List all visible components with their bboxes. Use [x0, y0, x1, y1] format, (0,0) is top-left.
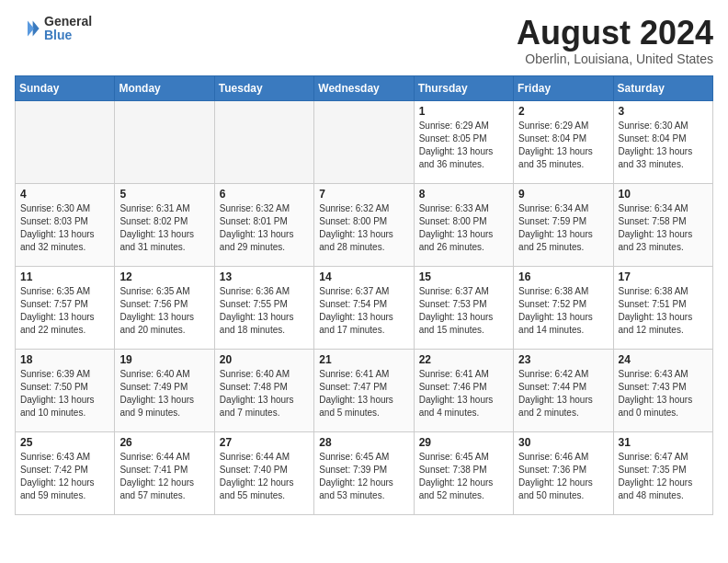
- calendar-cell: 19Sunrise: 6:40 AMSunset: 7:49 PMDayligh…: [115, 349, 214, 431]
- calendar-cell: 4Sunrise: 6:30 AMSunset: 8:03 PMDaylight…: [16, 183, 115, 266]
- month-title: August 2024: [517, 15, 713, 52]
- calendar-cell: 26Sunrise: 6:44 AMSunset: 7:41 PMDayligh…: [115, 431, 214, 514]
- calendar-cell: [115, 100, 214, 183]
- calendar-cell: 27Sunrise: 6:44 AMSunset: 7:40 PMDayligh…: [214, 431, 313, 514]
- day-number: 25: [20, 436, 109, 449]
- calendar-cell: 14Sunrise: 6:37 AMSunset: 7:54 PMDayligh…: [314, 266, 414, 349]
- calendar-cell: 11Sunrise: 6:35 AMSunset: 7:57 PMDayligh…: [16, 266, 115, 349]
- calendar-cell: [16, 100, 115, 183]
- day-number: 27: [220, 436, 309, 449]
- calendar-header-friday: Friday: [514, 75, 613, 100]
- day-info: Sunrise: 6:42 AMSunset: 7:44 PMDaylight:…: [518, 368, 608, 419]
- calendar-cell: 12Sunrise: 6:35 AMSunset: 7:56 PMDayligh…: [115, 266, 214, 349]
- day-number: 8: [419, 188, 508, 201]
- calendar-header-tuesday: Tuesday: [214, 75, 313, 100]
- day-info: Sunrise: 6:45 AMSunset: 7:38 PMDaylight:…: [419, 451, 508, 502]
- calendar-cell: 31Sunrise: 6:47 AMSunset: 7:35 PMDayligh…: [613, 431, 712, 514]
- day-info: Sunrise: 6:37 AMSunset: 7:53 PMDaylight:…: [419, 285, 508, 337]
- location-subtitle: Oberlin, Louisiana, United States: [517, 52, 713, 66]
- day-number: 1: [419, 105, 508, 118]
- day-number: 21: [319, 353, 408, 366]
- day-number: 20: [220, 353, 309, 366]
- day-number: 28: [319, 436, 408, 449]
- day-number: 4: [20, 188, 109, 201]
- day-info: Sunrise: 6:38 AMSunset: 7:52 PMDaylight:…: [518, 285, 608, 337]
- calendar-week-4: 18Sunrise: 6:39 AMSunset: 7:50 PMDayligh…: [16, 349, 713, 431]
- calendar-cell: 23Sunrise: 6:42 AMSunset: 7:44 PMDayligh…: [514, 349, 613, 431]
- calendar-header-sunday: Sunday: [16, 75, 115, 100]
- day-number: 23: [518, 353, 608, 366]
- day-number: 16: [518, 270, 608, 283]
- day-number: 12: [119, 270, 209, 283]
- day-info: Sunrise: 6:47 AMSunset: 7:35 PMDaylight:…: [619, 451, 708, 502]
- calendar-week-3: 11Sunrise: 6:35 AMSunset: 7:57 PMDayligh…: [16, 266, 713, 349]
- calendar-cell: 29Sunrise: 6:45 AMSunset: 7:38 PMDayligh…: [414, 431, 513, 514]
- day-number: 3: [619, 105, 708, 118]
- day-info: Sunrise: 6:45 AMSunset: 7:39 PMDaylight:…: [319, 451, 408, 502]
- day-info: Sunrise: 6:36 AMSunset: 7:55 PMDaylight:…: [220, 285, 309, 337]
- calendar-week-2: 4Sunrise: 6:30 AMSunset: 8:03 PMDaylight…: [16, 183, 713, 266]
- page-header: General Blue August 2024 Oberlin, Louisi…: [15, 15, 713, 66]
- day-info: Sunrise: 6:46 AMSunset: 7:36 PMDaylight:…: [518, 451, 608, 502]
- title-section: August 2024 Oberlin, Louisiana, United S…: [517, 15, 713, 66]
- day-number: 31: [619, 436, 708, 449]
- day-info: Sunrise: 6:34 AMSunset: 7:59 PMDaylight:…: [518, 202, 608, 254]
- day-info: Sunrise: 6:40 AMSunset: 7:48 PMDaylight:…: [220, 368, 309, 419]
- calendar-header-wednesday: Wednesday: [314, 75, 414, 100]
- calendar-cell: 17Sunrise: 6:38 AMSunset: 7:51 PMDayligh…: [613, 266, 712, 349]
- day-number: 6: [220, 188, 309, 201]
- calendar-cell: 15Sunrise: 6:37 AMSunset: 7:53 PMDayligh…: [414, 266, 513, 349]
- day-number: 5: [119, 188, 209, 201]
- calendar-header-saturday: Saturday: [613, 75, 712, 100]
- calendar-cell: 10Sunrise: 6:34 AMSunset: 7:58 PMDayligh…: [613, 183, 712, 266]
- calendar-cell: 8Sunrise: 6:33 AMSunset: 8:00 PMDaylight…: [414, 183, 513, 266]
- day-info: Sunrise: 6:35 AMSunset: 7:56 PMDaylight:…: [119, 285, 209, 337]
- logo-blue-text: Blue: [44, 29, 92, 42]
- calendar-header-row: SundayMondayTuesdayWednesdayThursdayFrid…: [16, 75, 713, 100]
- calendar-cell: 25Sunrise: 6:43 AMSunset: 7:42 PMDayligh…: [16, 431, 115, 514]
- day-info: Sunrise: 6:32 AMSunset: 8:01 PMDaylight:…: [220, 202, 309, 254]
- calendar-cell: 21Sunrise: 6:41 AMSunset: 7:47 PMDayligh…: [314, 349, 414, 431]
- calendar-cell: 1Sunrise: 6:29 AMSunset: 8:05 PMDaylight…: [414, 100, 513, 183]
- calendar-cell: 24Sunrise: 6:43 AMSunset: 7:43 PMDayligh…: [613, 349, 712, 431]
- calendar-cell: 5Sunrise: 6:31 AMSunset: 8:02 PMDaylight…: [115, 183, 214, 266]
- day-number: 17: [619, 270, 708, 283]
- day-info: Sunrise: 6:34 AMSunset: 7:58 PMDaylight:…: [619, 202, 708, 254]
- logo-icon: [15, 16, 40, 41]
- logo-text: General Blue: [44, 15, 92, 43]
- calendar-cell: 28Sunrise: 6:45 AMSunset: 7:39 PMDayligh…: [314, 431, 414, 514]
- calendar-table: SundayMondayTuesdayWednesdayThursdayFrid…: [15, 75, 713, 515]
- day-number: 29: [419, 436, 508, 449]
- day-info: Sunrise: 6:32 AMSunset: 8:00 PMDaylight:…: [319, 202, 408, 254]
- day-info: Sunrise: 6:40 AMSunset: 7:49 PMDaylight:…: [119, 368, 209, 419]
- day-number: 10: [619, 188, 708, 201]
- day-info: Sunrise: 6:31 AMSunset: 8:02 PMDaylight:…: [119, 202, 209, 254]
- day-info: Sunrise: 6:30 AMSunset: 8:03 PMDaylight:…: [20, 202, 109, 254]
- calendar-cell: 6Sunrise: 6:32 AMSunset: 8:01 PMDaylight…: [214, 183, 313, 266]
- calendar-header-thursday: Thursday: [414, 75, 513, 100]
- calendar-cell: 7Sunrise: 6:32 AMSunset: 8:00 PMDaylight…: [314, 183, 414, 266]
- calendar-cell: 2Sunrise: 6:29 AMSunset: 8:04 PMDaylight…: [514, 100, 613, 183]
- calendar-week-1: 1Sunrise: 6:29 AMSunset: 8:05 PMDaylight…: [16, 100, 713, 183]
- day-number: 24: [619, 353, 708, 366]
- day-number: 13: [220, 270, 309, 283]
- day-info: Sunrise: 6:39 AMSunset: 7:50 PMDaylight:…: [20, 368, 109, 419]
- day-number: 9: [518, 188, 608, 201]
- day-number: 19: [119, 353, 209, 366]
- day-info: Sunrise: 6:29 AMSunset: 8:04 PMDaylight:…: [518, 120, 608, 171]
- day-info: Sunrise: 6:43 AMSunset: 7:43 PMDaylight:…: [619, 368, 708, 419]
- day-number: 15: [419, 270, 508, 283]
- day-info: Sunrise: 6:38 AMSunset: 7:51 PMDaylight:…: [619, 285, 708, 337]
- calendar-cell: 3Sunrise: 6:30 AMSunset: 8:04 PMDaylight…: [613, 100, 712, 183]
- day-info: Sunrise: 6:41 AMSunset: 7:47 PMDaylight:…: [319, 368, 408, 419]
- calendar-cell: 22Sunrise: 6:41 AMSunset: 7:46 PMDayligh…: [414, 349, 513, 431]
- calendar-header-monday: Monday: [115, 75, 214, 100]
- day-info: Sunrise: 6:33 AMSunset: 8:00 PMDaylight:…: [419, 202, 508, 254]
- day-number: 26: [119, 436, 209, 449]
- day-number: 18: [20, 353, 109, 366]
- calendar-cell: 13Sunrise: 6:36 AMSunset: 7:55 PMDayligh…: [214, 266, 313, 349]
- calendar-cell: [214, 100, 313, 183]
- calendar-cell: 20Sunrise: 6:40 AMSunset: 7:48 PMDayligh…: [214, 349, 313, 431]
- calendar-cell: [314, 100, 414, 183]
- day-info: Sunrise: 6:44 AMSunset: 7:40 PMDaylight:…: [220, 451, 309, 502]
